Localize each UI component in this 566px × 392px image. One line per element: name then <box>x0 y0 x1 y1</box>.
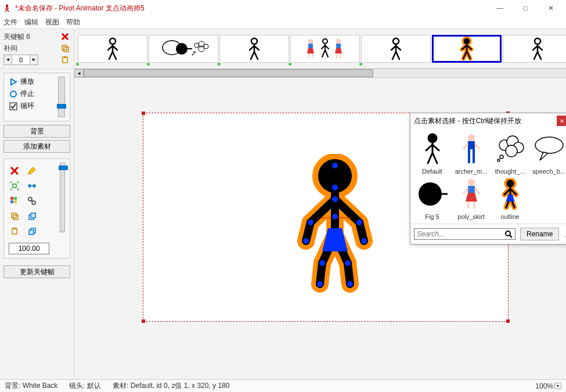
join-figure-button[interactable] <box>26 195 38 207</box>
svg-rect-11 <box>64 56 66 58</box>
menu-view[interactable]: 视图 <box>45 17 59 27</box>
resize-handle-bl[interactable] <box>142 319 145 323</box>
material-search[interactable] <box>414 228 515 240</box>
delete-figure-button[interactable] <box>9 165 20 177</box>
stage-figure[interactable] <box>294 154 376 293</box>
flip-figure-button[interactable] <box>26 180 38 192</box>
svg-point-130 <box>428 134 437 142</box>
paste-frames-button[interactable] <box>60 55 70 65</box>
play-button[interactable]: 播放 <box>9 77 58 87</box>
svg-point-121 <box>308 220 313 225</box>
material-item-polyskirt[interactable]: poly_skirt <box>453 177 489 220</box>
menu-help[interactable]: 帮助 <box>66 17 80 27</box>
svg-marker-153 <box>466 193 477 202</box>
frame-thumbnail[interactable] <box>361 35 431 63</box>
search-icon <box>504 230 513 238</box>
svg-point-47 <box>194 51 196 53</box>
frame-thumbnail-selected[interactable] <box>432 35 502 63</box>
material-item-archer[interactable]: archer_m... <box>453 132 489 175</box>
svg-line-54 <box>254 52 258 59</box>
svg-point-119 <box>332 196 338 202</box>
svg-point-171 <box>506 231 510 236</box>
material-item-fig5[interactable]: Fig 5 <box>414 177 450 220</box>
svg-point-127 <box>317 281 323 287</box>
update-keyframe-button[interactable]: 更新关键帧 <box>3 265 70 278</box>
minimize-button[interactable]: — <box>487 0 513 16</box>
stop-icon <box>9 89 18 99</box>
canvas-area[interactable]: 点击素材选择 - 按住Ctrl键保持开放 ✕ Default archer_m.… <box>74 78 566 379</box>
svg-point-48 <box>192 54 193 55</box>
spinner-up-button[interactable]: ► <box>30 55 38 64</box>
scroll-left-button[interactable]: ◄ <box>74 69 84 77</box>
svg-marker-115 <box>322 228 348 251</box>
frame-thumbnail[interactable] <box>503 35 566 63</box>
resize-handle-tl[interactable] <box>142 112 145 115</box>
edit-figure-button[interactable] <box>26 165 38 177</box>
resize-handle-br[interactable] <box>506 319 510 323</box>
zoom-dropdown-icon[interactable]: ▾ <box>554 383 561 389</box>
color-figure-button[interactable] <box>9 195 20 207</box>
material-item-default[interactable]: Default <box>414 132 450 175</box>
stop-label: 停止 <box>20 89 34 99</box>
dialog-close-button[interactable]: ✕ <box>557 116 566 126</box>
frame-thumbnail[interactable] <box>219 35 289 63</box>
resize-grip-icon[interactable]: .:: <box>564 229 566 239</box>
svg-line-138 <box>463 143 468 149</box>
svg-point-151 <box>468 179 475 186</box>
svg-marker-12 <box>11 79 16 85</box>
frame-strip <box>74 29 566 69</box>
status-figure: 素材: Default, id 0, z值 1, x 320, y 180 <box>113 381 229 391</box>
svg-line-156 <box>463 188 468 194</box>
menu-edit[interactable]: 编辑 <box>24 17 38 27</box>
frame-thumbnail[interactable] <box>149 35 218 63</box>
svg-marker-57 <box>307 48 314 53</box>
svg-point-129 <box>347 281 353 287</box>
copy-frames-button[interactable] <box>60 43 70 53</box>
material-label: outline <box>500 213 519 220</box>
stop-button[interactable]: 停止 <box>9 89 58 99</box>
svg-line-53 <box>251 52 254 59</box>
menu-file[interactable]: 文件 <box>3 17 17 27</box>
svg-point-118 <box>332 185 338 190</box>
delete-keyframe-button[interactable] <box>60 31 70 42</box>
rename-material-button[interactable]: Rename <box>520 228 559 240</box>
svg-point-66 <box>336 39 341 44</box>
svg-line-39 <box>113 52 116 59</box>
frame-thumbnail[interactable] <box>78 35 147 63</box>
scale-slider[interactable] <box>60 163 65 232</box>
material-label: thought_... <box>495 168 525 175</box>
svg-line-38 <box>109 52 113 59</box>
raise-figure-button[interactable] <box>26 210 38 222</box>
svg-point-55 <box>308 39 313 44</box>
material-item-speech[interactable]: speech_b... <box>531 132 566 175</box>
material-item-thought[interactable]: thought_... <box>492 132 528 175</box>
search-input[interactable] <box>417 230 504 238</box>
maximize-button[interactable]: □ <box>513 0 538 16</box>
speed-slider[interactable] <box>58 77 65 117</box>
svg-line-132 <box>426 145 432 150</box>
svg-point-136 <box>468 134 475 141</box>
svg-point-122 <box>303 238 309 244</box>
timeline-scrollbar[interactable]: ◄ ► <box>74 69 566 78</box>
svg-point-147 <box>497 159 500 161</box>
tween-spinner[interactable]: ◄ 0 ► <box>3 55 38 65</box>
svg-line-64 <box>322 50 325 57</box>
svg-point-71 <box>393 38 399 44</box>
background-button[interactable]: 背景 <box>3 125 70 138</box>
svg-point-117 <box>332 163 338 168</box>
center-figure-button[interactable] <box>9 180 20 192</box>
loop-checkbox[interactable]: 循环 <box>9 101 58 111</box>
copy-figure-button[interactable] <box>9 210 20 222</box>
lower-figure-button[interactable] <box>26 225 38 237</box>
svg-line-134 <box>428 153 432 163</box>
add-material-button[interactable]: 添加素材 <box>3 140 70 153</box>
close-button[interactable]: ✕ <box>538 0 564 16</box>
paste-figure-button[interactable] <box>9 225 20 237</box>
frame-thumbnail[interactable] <box>290 35 360 63</box>
status-bg: 背景: White Back <box>5 381 57 391</box>
spinner-down-button[interactable]: ◄ <box>4 55 12 64</box>
material-item-outline[interactable]: outline <box>492 177 528 220</box>
svg-line-114 <box>348 263 350 284</box>
scale-input[interactable] <box>9 243 49 254</box>
keyframe-panel: 关键帧 6 补间 ◄ 0 ► <box>0 29 74 69</box>
